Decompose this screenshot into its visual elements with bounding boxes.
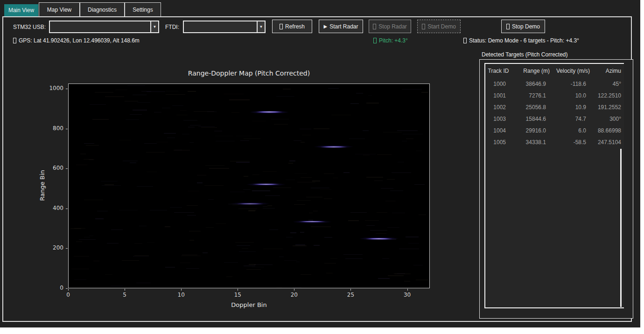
noise-speck	[89, 160, 94, 160]
tab-map-view[interactable]: Map View	[39, 2, 80, 16]
noise-speck	[363, 155, 370, 155]
x-tick	[238, 289, 238, 291]
table-cell: 1005	[485, 139, 511, 146]
tab-diagnostics[interactable]: Diagnostics	[80, 2, 125, 16]
noise-speck	[300, 129, 311, 129]
refresh-button[interactable]: Refresh	[272, 20, 312, 33]
noise-speck	[231, 112, 239, 113]
noise-speck	[70, 228, 81, 229]
stop-radar-button[interactable]: Stop Radar	[369, 20, 411, 33]
noise-speck	[111, 286, 123, 286]
noise-speck	[130, 162, 136, 163]
y-tick-label: 0	[44, 285, 63, 291]
noise-speck	[243, 189, 251, 190]
noise-speck	[205, 165, 224, 166]
stop-demo-button[interactable]: Stop Demo	[501, 20, 545, 33]
table-row[interactable]: 100315844.674.7300°	[485, 113, 624, 125]
tab-main-view-label: Main View	[8, 7, 34, 14]
chevron-down-icon[interactable]: ▼	[257, 21, 265, 32]
noise-speck	[182, 255, 197, 255]
noise-speck	[382, 258, 389, 259]
noise-speck	[366, 103, 378, 104]
tab-main-view[interactable]: Main View	[4, 4, 38, 16]
noise-speck	[416, 151, 422, 151]
noise-speck	[289, 160, 295, 161]
tab-settings[interactable]: Settings	[125, 2, 161, 16]
ftdi-combobox[interactable]: ▼	[183, 21, 266, 33]
noise-speck	[119, 140, 131, 140]
noise-speck	[93, 261, 99, 261]
noise-speck	[162, 108, 170, 108]
noise-speck	[115, 90, 127, 90]
noise-speck	[252, 190, 270, 191]
noise-speck	[201, 127, 217, 128]
noise-speck	[388, 275, 404, 276]
noise-speck	[269, 230, 278, 230]
noise-speck	[301, 142, 305, 143]
chevron-down-icon[interactable]: ▼	[150, 21, 158, 32]
table-cell: 45°	[592, 81, 623, 87]
noise-speck	[147, 242, 154, 243]
y-tick-label: 800	[44, 125, 63, 132]
table-row[interactable]: 100429916.06.088.66998	[485, 125, 624, 136]
noise-speck	[273, 188, 291, 188]
noise-speck	[134, 243, 143, 244]
noise-speck	[402, 89, 422, 90]
noise-speck	[348, 220, 359, 221]
noise-speck	[297, 200, 311, 201]
table-cell: 1001	[485, 92, 511, 99]
noise-speck	[408, 243, 419, 244]
column-header: Azimu	[592, 68, 623, 74]
noise-speck	[311, 226, 331, 227]
pitch-indicator: Pitch: +4.3°	[373, 37, 408, 44]
targets-table[interactable]: Track IDRange (m)Velocity (m/s)Azimu1000…	[484, 63, 624, 308]
x-tick	[407, 289, 408, 291]
table-row[interactable]: 100225056.810.9191.2552	[485, 101, 624, 113]
noise-speck	[174, 150, 190, 151]
noise-speck	[249, 264, 256, 265]
noise-speck	[286, 237, 293, 237]
start-demo-button[interactable]: Start Demo	[417, 20, 461, 33]
noise-speck	[294, 140, 301, 141]
noise-speck	[276, 287, 282, 287]
noise-speck	[290, 232, 296, 233]
noise-speck	[105, 96, 124, 97]
noise-speck	[244, 139, 260, 139]
noise-speck	[302, 135, 310, 135]
noise-speck	[312, 181, 320, 181]
noise-speck	[235, 242, 254, 243]
noise-speck	[366, 177, 383, 178]
table-row[interactable]: 10017276.110.0122.2510	[485, 90, 624, 101]
noise-speck	[309, 213, 313, 213]
noise-speck	[206, 227, 213, 228]
x-tick-label: 20	[285, 292, 303, 298]
noise-speck	[330, 258, 338, 259]
noise-speck	[133, 256, 149, 257]
table-row[interactable]: 100038646.9-118.645°	[485, 78, 624, 90]
noise-speck	[333, 178, 338, 178]
stm32-usb-combobox[interactable]: ▼	[49, 21, 159, 33]
table-row[interactable]: 100534338.1-58.5247.5104	[485, 136, 624, 148]
noise-speck	[320, 189, 331, 190]
missing-glyph-icon	[13, 38, 16, 43]
noise-speck	[387, 227, 399, 228]
noise-speck	[187, 215, 196, 216]
table-scrollbar[interactable]	[620, 149, 622, 307]
missing-glyph-icon	[373, 38, 377, 43]
start-radar-button[interactable]: ▶ Start Radar	[319, 20, 363, 33]
stm32-usb-label: STM32 USB:	[13, 24, 46, 30]
noise-speck	[263, 171, 277, 172]
play-icon: ▶	[323, 24, 327, 29]
noise-speck	[331, 115, 351, 115]
y-tick-label: 400	[44, 205, 63, 211]
noise-speck	[226, 276, 232, 277]
noise-speck	[368, 95, 372, 96]
noise-speck	[137, 102, 150, 103]
noise-speck	[406, 139, 413, 139]
noise-speck	[84, 200, 103, 200]
table-cell: -118.6	[552, 81, 592, 87]
noise-speck	[97, 211, 108, 211]
noise-speck	[343, 172, 350, 173]
noise-speck	[105, 274, 112, 275]
noise-speck	[355, 154, 376, 154]
